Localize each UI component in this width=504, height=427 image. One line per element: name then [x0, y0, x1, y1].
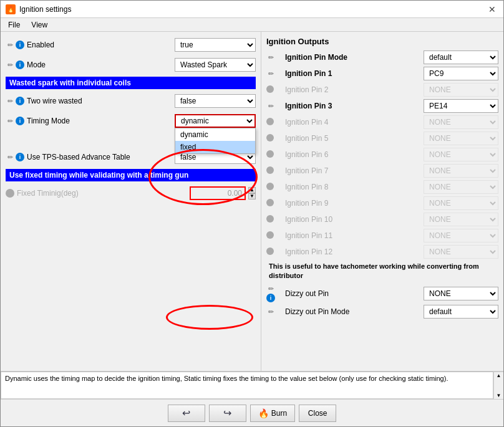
- ignition-settings-window: 🔥 Ignition settings ✕ File View ✏ i Enab…: [0, 0, 504, 427]
- pin-mode-label: Ignition Pin Mode: [280, 53, 421, 62]
- pin-3-select[interactable]: PE14NONE: [424, 99, 498, 113]
- info-icon-tps: i: [16, 153, 24, 161]
- redo-button[interactable]: ↪: [209, 405, 246, 422]
- pin-6-label: Ignition Pin 6: [280, 150, 421, 159]
- pin-1-select[interactable]: PC9NONE: [424, 67, 498, 80]
- pencil-icon-enabled: ✏: [6, 41, 14, 49]
- info-text: This is useful to have tachometer workin…: [266, 261, 498, 282]
- spinner-up[interactable]: ▲: [248, 187, 256, 193]
- dizzy-out-mode-label: Dizzy out Pin Mode: [280, 307, 421, 316]
- pin-12-label: Ignition Pin 12: [280, 247, 421, 256]
- gray-icon-pin8: [266, 183, 274, 190]
- pin-10-label: Ignition Pin 10: [280, 215, 421, 224]
- pin-9-select[interactable]: NONE: [424, 196, 498, 210]
- title-bar-left: 🔥 Ignition settings: [6, 4, 71, 14]
- bottom-desc-area: Dynamic uses the timing map to decide th…: [1, 371, 503, 399]
- timing-mode-select[interactable]: dynamic fixed: [175, 114, 256, 128]
- fixed-timing-input[interactable]: [190, 186, 246, 200]
- mode-select[interactable]: Wasted Spark Single Coil: [175, 58, 256, 72]
- gray-icon-pin4: [266, 118, 274, 125]
- pin-1-row: ✏ Ignition Pin 1 PC9NONE: [266, 66, 498, 81]
- menu-file[interactable]: File: [3, 19, 25, 30]
- info-icon-dizzy: i: [266, 294, 275, 302]
- menu-view[interactable]: View: [26, 19, 52, 30]
- gray-icon-pin11: [266, 231, 274, 239]
- right-panel: Ignition Outputs ✏ Ignition Pin Mode def…: [261, 32, 503, 371]
- scroll-down[interactable]: ▼: [495, 393, 503, 398]
- pin-6-select[interactable]: NONE: [424, 148, 498, 161]
- fixed-timing-label: Fixed Timinig(deg): [17, 189, 187, 198]
- burn-label: Burn: [271, 409, 287, 418]
- button-bar: ↩ ↪ 🔥 Burn Close: [1, 399, 503, 426]
- two-wire-select[interactable]: false true: [175, 94, 256, 108]
- two-wire-label: Two wire wasted: [27, 97, 172, 105]
- pin-12-select[interactable]: NONE: [424, 245, 498, 259]
- pin-7-row: Ignition Pin 7 NONE: [266, 163, 498, 178]
- pencil-icon-dizzy-mode: ✏: [266, 308, 275, 317]
- pin-3-label: Ignition Pin 3: [280, 102, 421, 110]
- wasted-spark-header: Wasted spark with individual coils: [6, 77, 256, 89]
- pin-12-row: Ignition Pin 12 NONE: [266, 244, 498, 259]
- pin-3-row: ✏ Ignition Pin 3 PE14NONE: [266, 98, 498, 113]
- scroll-up[interactable]: ▲: [495, 373, 503, 378]
- window-icon: 🔥: [6, 4, 16, 14]
- pin-2-select[interactable]: NONE: [424, 83, 498, 97]
- gray-icon-pin12: [266, 247, 274, 255]
- left-panel: ✏ i Enabled true false ✏ i Mode Wasted S…: [1, 32, 261, 371]
- burn-button[interactable]: 🔥 Burn: [250, 405, 295, 422]
- spinner-down[interactable]: ▼: [248, 193, 256, 199]
- pencil-icon-pin-mode: ✏: [266, 53, 275, 62]
- gray-icon-pin9: [266, 199, 274, 206]
- fixed-timing-circle-highlight: [166, 305, 253, 330]
- pin-mode-row: ✏ Ignition Pin Mode default: [266, 50, 498, 65]
- pin-11-label: Ignition Pin 11: [280, 231, 421, 240]
- timing-option-dynamic[interactable]: dynamic: [175, 128, 255, 141]
- pin-2-row: Ignition Pin 2 NONE: [266, 82, 498, 97]
- pin-11-select[interactable]: NONE: [424, 229, 498, 242]
- pencil-icon-pin1: ✏: [266, 69, 275, 78]
- scrollbar[interactable]: ▲ ▼: [493, 372, 503, 399]
- undo-button[interactable]: ↩: [168, 405, 205, 422]
- timing-mode-row: ✏ i Timing Mode dynamic fixed dynamic fi…: [6, 113, 256, 129]
- window-title: Ignition settings: [19, 5, 71, 14]
- pin-7-label: Ignition Pin 7: [280, 166, 421, 175]
- content-area: ✏ i Enabled true false ✏ i Mode Wasted S…: [1, 32, 503, 371]
- window-close-button[interactable]: ✕: [486, 3, 498, 16]
- pin-8-row: Ignition Pin 8 NONE: [266, 180, 498, 194]
- enabled-label: Enabled: [27, 41, 172, 49]
- pin-7-select[interactable]: NONE: [424, 164, 498, 178]
- pin-9-label: Ignition Pin 9: [280, 199, 421, 208]
- dizzy-out-pin-select[interactable]: NONE: [424, 287, 498, 300]
- pin-5-label: Ignition Pin 5: [280, 134, 421, 143]
- enabled-select[interactable]: true false: [175, 38, 256, 52]
- pin-1-label: Ignition Pin 1: [280, 69, 421, 78]
- pin-5-select[interactable]: NONE: [424, 132, 498, 145]
- timing-dropdown-open: dynamic fixed: [175, 128, 256, 154]
- enabled-row: ✏ i Enabled true false: [6, 37, 256, 53]
- pin-8-select[interactable]: NONE: [424, 180, 498, 194]
- dizzy-out-mode-select[interactable]: default: [424, 305, 498, 319]
- ignition-outputs-title: Ignition Outputs: [266, 37, 498, 46]
- pencil-icon-pin3: ✏: [266, 102, 275, 110]
- gray-icon-pin5: [266, 134, 274, 142]
- pencil-icon-twowire: ✏: [6, 97, 14, 105]
- pin-10-select[interactable]: NONE: [424, 213, 498, 226]
- pin-4-label: Ignition Pin 4: [280, 118, 421, 127]
- dizzy-out-mode-row: ✏ Dizzy out Pin Mode default: [266, 304, 498, 319]
- two-wire-row: ✏ i Two wire wasted false true: [6, 93, 256, 109]
- close-button[interactable]: Close: [299, 405, 336, 422]
- undo-icon: ↩: [182, 407, 190, 419]
- info-icon-twowire: i: [16, 97, 24, 105]
- pin-8-label: Ignition Pin 8: [280, 183, 421, 191]
- dizzy-out-pin-label: Dizzy out Pin: [280, 289, 421, 298]
- pin-11-row: Ignition Pin 11 NONE: [266, 228, 498, 243]
- timing-option-fixed[interactable]: fixed: [175, 141, 255, 153]
- burn-icon: 🔥: [258, 408, 269, 418]
- gray-icon-pin6: [266, 150, 274, 158]
- dizzy-out-pin-row: ✏ i Dizzy out Pin NONE: [266, 284, 498, 304]
- pin-4-row: Ignition Pin 4 NONE: [266, 115, 498, 130]
- pin-mode-select[interactable]: default: [424, 50, 498, 64]
- pin-4-select[interactable]: NONE: [424, 115, 498, 129]
- pencil-icon-mode: ✏: [6, 60, 14, 69]
- info-icon-timing: i: [16, 117, 24, 125]
